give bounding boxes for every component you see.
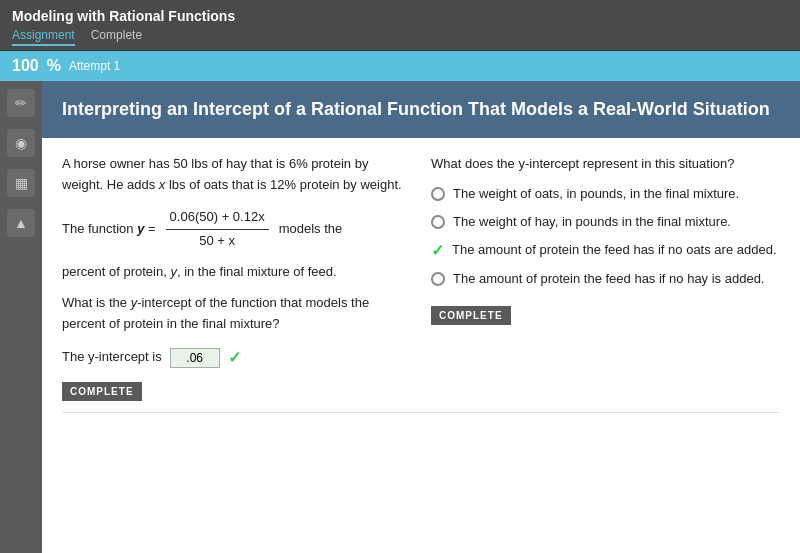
main-layout: ✏ ◉ ▦ ▲ Interpreting an Intercept of a R… (0, 81, 800, 553)
formula-prefix: The function y = (62, 219, 156, 240)
formula-fraction: 0.06(50) + 0.12x 50 + x (166, 206, 269, 253)
page-title: Modeling with Rational Functions (12, 8, 788, 24)
left-column: A horse owner has 50 lbs of hay that is … (62, 154, 411, 402)
headphone-icon[interactable]: ◉ (7, 129, 35, 157)
sidebar: ✏ ◉ ▦ ▲ (0, 81, 42, 553)
intercept-row: The y-intercept is ✓ (62, 345, 411, 371)
question-body: A horse owner has 50 lbs of hay that is … (42, 138, 800, 553)
tab-complete[interactable]: Complete (91, 28, 142, 46)
intercept-input[interactable] (170, 348, 220, 368)
tab-assignment[interactable]: Assignment (12, 28, 75, 46)
problem-intro: A horse owner has 50 lbs of hay that is … (62, 154, 411, 196)
formula-suffix: models the (279, 219, 343, 240)
option-1-text: The weight of oats, in pounds, in the fi… (453, 185, 739, 203)
complete-button-right[interactable]: COMPLETE (431, 306, 511, 325)
complete-button-left[interactable]: COMPLETE (62, 382, 142, 401)
correct-check-icon: ✓ (431, 243, 444, 259)
intercept-label: The y-intercept is (62, 347, 162, 368)
right-question: What does the y-intercept represent in t… (431, 154, 780, 175)
top-bar: Modeling with Rational Functions Assignm… (0, 0, 800, 51)
option-3-text: The amount of protein the feed has if no… (452, 241, 777, 259)
option-3-correct: ✓ The amount of protein the feed has if … (431, 241, 780, 259)
two-column-layout: A horse owner has 50 lbs of hay that is … (62, 154, 780, 402)
attempt-label: Attempt 1 (69, 59, 120, 73)
right-column: What does the y-intercept represent in t… (431, 154, 780, 402)
correct-checkmark: ✓ (228, 345, 241, 371)
question-header: Interpreting an Intercept of a Rational … (42, 81, 800, 138)
progress-percent-value: 100 (12, 57, 39, 75)
content-area: Interpreting an Intercept of a Rational … (42, 81, 800, 553)
formula-container: The function y = 0.06(50) + 0.12x 50 + x… (62, 206, 411, 253)
pencil-icon[interactable]: ✏ (7, 89, 35, 117)
radio-circle-2[interactable] (431, 215, 445, 229)
formula-denominator: 50 + x (195, 230, 239, 253)
option-2-text: The weight of hay, in pounds in the fina… (453, 213, 731, 231)
progress-percent-symbol: % (47, 57, 61, 75)
radio-circle-4[interactable] (431, 272, 445, 286)
option-4-text: The amount of protein the feed has if no… (453, 270, 765, 288)
option-4: The amount of protein the feed has if no… (431, 270, 780, 288)
calculator-icon[interactable]: ▦ (7, 169, 35, 197)
intercept-question: What is the y-intercept of the function … (62, 293, 411, 335)
formula-continuation: percent of protein, y, in the final mixt… (62, 262, 411, 283)
option-2: The weight of hay, in pounds in the fina… (431, 213, 780, 231)
radio-circle-1[interactable] (431, 187, 445, 201)
divider (62, 412, 780, 413)
formula-numerator: 0.06(50) + 0.12x (166, 206, 269, 229)
question-title: Interpreting an Intercept of a Rational … (62, 97, 780, 122)
tab-bar: Assignment Complete (12, 28, 788, 46)
option-1: The weight of oats, in pounds, in the fi… (431, 185, 780, 203)
upload-icon[interactable]: ▲ (7, 209, 35, 237)
progress-bar: 100% Attempt 1 (0, 51, 800, 81)
